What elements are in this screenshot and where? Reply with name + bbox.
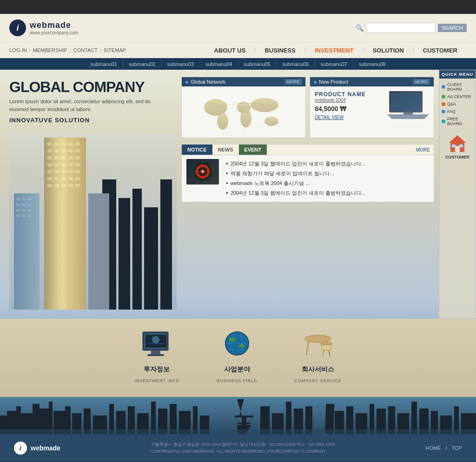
notice-item-2[interactable]: • 제품 체험가가 매달 새로이 업데이트 됩니다... [226, 169, 429, 178]
qm-faq[interactable]: FAQ [442, 108, 473, 115]
svg-point-64 [264, 117, 278, 126]
world-map-svg [197, 91, 290, 133]
submenu-item-8[interactable]: submanu08 [353, 61, 391, 67]
service-item-company[interactable]: 회사서비스 COMPANY SERVICE [294, 328, 342, 383]
notice-thumbnail [186, 159, 219, 185]
search-input[interactable] [366, 23, 436, 33]
svg-line-103 [329, 350, 330, 357]
svg-rect-2 [119, 198, 130, 310]
svg-rect-4 [144, 207, 158, 310]
tab-event[interactable]: EVENT [239, 145, 267, 155]
submenu-item-3[interactable]: submanu03 [162, 61, 200, 67]
qm-client-board[interactable]: CLIENT BOARD [442, 81, 473, 93]
service-item-investment[interactable]: 투자정보 INVESTMENT INFO [134, 328, 179, 383]
qm-qna[interactable]: Q&A [442, 100, 473, 108]
customer-label[interactable]: CUSTOMER [442, 155, 473, 159]
svg-rect-11 [16, 204, 20, 206]
svg-rect-35 [75, 156, 80, 159]
svg-rect-19 [27, 215, 31, 217]
svg-rect-8 [16, 198, 20, 200]
svg-rect-122 [151, 402, 156, 434]
footer-logo: i webmade [14, 442, 60, 455]
service-name-kr-1: 투자정보 [144, 365, 170, 374]
notice-item-3[interactable]: • webmade 노트북 2004 출시기념 ... [226, 178, 429, 188]
svg-rect-12 [22, 204, 26, 206]
notice-item-4[interactable]: • 2004년 12월 3일 웹메이드 업진이 새로이 출범하였습니다... [226, 188, 429, 198]
search-area: 🔍 SEARCH [356, 23, 467, 33]
svg-rect-112 [49, 402, 53, 434]
footer-top-link[interactable]: TOP [452, 445, 462, 451]
nav-solution[interactable]: SOLUTION [364, 47, 414, 54]
tab-news[interactable]: NEWS [212, 145, 239, 155]
notice-tab-group: NOTICE NEWS EVENT [182, 145, 267, 155]
nav-contact[interactable]: CONTACT [73, 47, 98, 53]
qm-dot-teal [442, 119, 445, 123]
submenu-item-1[interactable]: submanu01 [85, 61, 124, 67]
svg-rect-21 [47, 142, 52, 145]
nav-login[interactable]: LOG-IN [9, 47, 27, 53]
svg-rect-51 [47, 184, 52, 187]
notice-list: • 2004년 12월 3일 웹메이드 업진이 새로이 출범하였습니다... •… [182, 155, 434, 202]
submenu-item-7[interactable]: submanu07 [315, 61, 354, 67]
product-panel: New Product MORE PRODUCT NAME notebook-1… [310, 77, 434, 138]
svg-rect-27 [54, 149, 59, 152]
nav-customer[interactable]: CUSTOMER [414, 47, 467, 54]
detail-view-button[interactable]: DETAIL VIEW [315, 115, 383, 120]
svg-rect-79 [455, 146, 460, 152]
qm-free-board[interactable]: FREE BOARD [442, 115, 473, 127]
svg-rect-25 [75, 142, 80, 145]
notice-item-1[interactable]: • 2004년 12월 3일 웹메이드 업진이 새로이 출범하였습니다... [226, 159, 429, 169]
svg-point-95 [229, 337, 236, 342]
svg-rect-144 [411, 402, 417, 434]
qm-as-center[interactable]: AS CENTER [442, 93, 473, 100]
svg-rect-42 [54, 170, 59, 173]
nav-bar: LOG-IN | MEMBERSHIP | CONTACT | SITEMAP … [0, 42, 476, 58]
service-name-kr-3: 회사서비스 [302, 365, 334, 374]
svg-rect-40 [75, 163, 80, 166]
svg-rect-18 [22, 215, 26, 217]
hero-subtitle: Lorem ipsum dolor sit amet, consectetur … [9, 98, 167, 113]
svg-rect-41 [47, 170, 52, 173]
svg-rect-133 [286, 402, 291, 434]
service-item-business[interactable]: 사업분야 BUSINESS FIELD [217, 328, 258, 383]
main-content: GLOBAL COMPANY Lorem ipsum dolor sit ame… [0, 70, 476, 397]
network-panel-header: Global Network MORE [182, 77, 305, 86]
submenu-item-4[interactable]: submanu04 [200, 61, 238, 67]
svg-rect-43 [61, 170, 66, 173]
svg-rect-22 [54, 142, 59, 145]
submenu-item-2[interactable]: submanu02 [123, 61, 162, 67]
svg-rect-13 [27, 204, 31, 206]
product-model[interactable]: notebook-1004 [315, 98, 383, 103]
svg-rect-52 [54, 184, 59, 187]
svg-rect-30 [75, 149, 80, 152]
svg-rect-38 [61, 163, 66, 166]
search-button[interactable]: SEARCH [438, 24, 467, 32]
svg-rect-81 [452, 145, 456, 147]
submenu-item-5[interactable]: submanu05 [238, 61, 277, 67]
notice-more-button[interactable]: MORE [412, 145, 434, 155]
qm-dot-orange [442, 102, 445, 106]
tab-notice[interactable]: NOTICE [182, 145, 212, 155]
svg-rect-104 [321, 343, 332, 345]
nav-membership[interactable]: MEMBERSHIP [33, 47, 67, 53]
service-name-en-3: COMPANY SERVICE [294, 378, 342, 383]
nav-investment[interactable]: INVESTMENT [305, 47, 364, 54]
footer-home-link[interactable]: HOME [426, 445, 441, 451]
customer-house-icon [448, 134, 467, 153]
submenu-item-6[interactable]: submanu06 [277, 61, 315, 67]
nav-business[interactable]: BUSINESS [255, 47, 305, 54]
logo-url: www.yourcompany.com [30, 30, 79, 35]
network-more-button[interactable]: MORE [284, 79, 302, 85]
qm-dot-blue [442, 85, 445, 89]
svg-rect-16 [27, 209, 31, 211]
service-name-en-2: BUSINESS FIELD [217, 378, 258, 383]
product-more-button[interactable]: MORE [413, 79, 430, 85]
nav-left: LOG-IN | MEMBERSHIP | CONTACT | SITEMAP [9, 47, 126, 53]
svg-rect-55 [75, 184, 80, 187]
footer: i webmade 서울특별시 홍길구 홍입동 1004-1004 웹메이드 빌… [0, 434, 476, 462]
world-map [182, 86, 305, 138]
nav-sitemap[interactable]: SITEMAP [104, 47, 126, 53]
nav-about-us[interactable]: ABOUT US [205, 47, 256, 54]
svg-rect-26 [47, 149, 52, 152]
svg-rect-23 [61, 142, 66, 145]
